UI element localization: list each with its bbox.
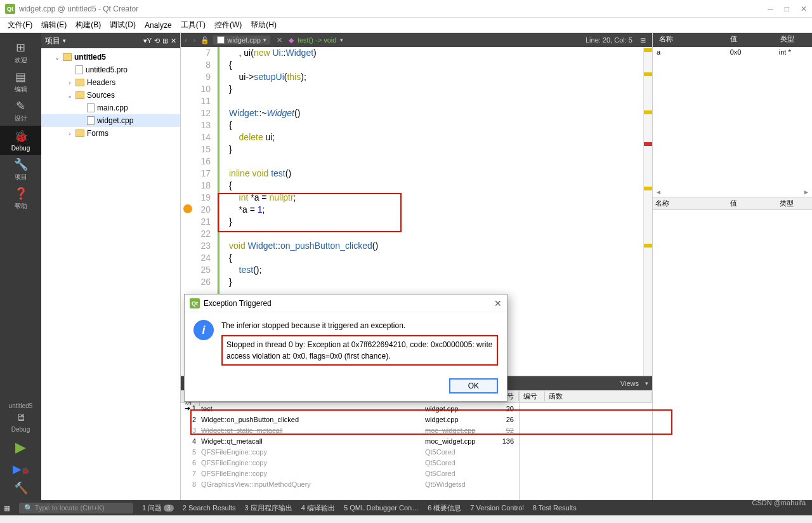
cursor-position: Line: 20, Col: 5: [586, 36, 632, 44]
exception-dialog: Qt Exception Triggered ✕ i The inferior …: [184, 294, 508, 402]
stack-frame[interactable]: ➔ 1testwidget.cpp20: [181, 403, 519, 414]
symbol-icon: ◆: [289, 36, 294, 44]
mode-welcome[interactable]: ⊞欢迎: [0, 38, 41, 67]
scroll-left-icon[interactable]: ◄: [653, 189, 664, 195]
mode-edit[interactable]: ▤编辑: [0, 67, 41, 96]
sb-search[interactable]: 2 Search Results: [183, 504, 236, 512]
qt-icon: Qt: [190, 298, 200, 308]
stack-frame[interactable]: 8QGraphicsView::inputMethodQueryQt5Widge…: [181, 479, 519, 489]
scroll-right-icon[interactable]: ►: [801, 189, 812, 195]
close-panel-icon[interactable]: ✕: [171, 37, 176, 45]
run-debug-button[interactable]: ▶🐞: [10, 460, 32, 479]
maximize-icon[interactable]: □: [785, 4, 789, 13]
sb-qml[interactable]: 5 QML Debugger Con…: [344, 504, 419, 512]
locals-row[interactable]: a 0x0 int *: [653, 47, 812, 57]
dialog-message: The inferior stopped because it triggere…: [221, 320, 498, 366]
dialog-close-icon[interactable]: ✕: [494, 298, 502, 308]
mode-design[interactable]: ✎设计: [0, 96, 41, 126]
bug-icon: 🐞: [14, 129, 28, 143]
breakpoints-panel: 编号 函数: [519, 390, 652, 500]
tree-headers[interactable]: ›Headers: [41, 76, 180, 89]
nav-fwd-icon[interactable]: ›: [192, 36, 197, 44]
change-indicator: [218, 47, 219, 301]
menu-help[interactable]: 帮助(H): [251, 20, 277, 30]
call-stack-panel: 级别 函数 文件 行号 ➔ 1testwidget.cpp202Widget::…: [181, 390, 519, 500]
cpp-icon: [217, 36, 225, 44]
project-panel: 项目 ▾ ▾Y ⟲ ⊞ ✕ ⌄untitled5 untitled5.pro ›…: [41, 33, 181, 500]
run-button[interactable]: ▶: [11, 435, 30, 460]
stack-frame[interactable]: 6QFSFileEngine::copyQt5Cored: [181, 457, 519, 468]
lock-icon[interactable]: 🔓: [200, 36, 209, 44]
menu-analyze[interactable]: Analyze: [145, 21, 172, 30]
stack-frame[interactable]: 7QFSFileEngine::copyQt5Cored: [181, 468, 519, 479]
locals-panel: 名称 值 类型 a 0x0 int * ◄► 名称 值 类型: [652, 33, 812, 500]
cpp-icon: [87, 103, 95, 112]
sb-version[interactable]: 7 Version Control: [470, 504, 523, 512]
tree-pro-file[interactable]: untitled5.pro: [41, 63, 180, 76]
minimize-icon[interactable]: ─: [768, 4, 773, 13]
menu-file[interactable]: 文件(F): [8, 20, 32, 30]
mode-help[interactable]: ❓帮助: [0, 184, 41, 213]
question-icon: ❓: [14, 187, 28, 201]
nav-back-icon[interactable]: ‹: [183, 36, 188, 44]
locator-input[interactable]: 🔍 Type to locate (Ctrl+K): [19, 503, 133, 513]
file-icon: [75, 65, 83, 74]
window-title: widget.cpp @ untitled5 - Qt Creator: [19, 4, 138, 13]
folder-icon: [63, 53, 72, 61]
cpp-icon: [87, 116, 95, 125]
statusbar: ▦ 🔍 Type to locate (Ctrl+K) 1 问题 3 2 Sea…: [0, 500, 812, 515]
mode-projects[interactable]: 🔧项目: [0, 155, 41, 184]
stack-frame[interactable]: 2Widget::on_pushButton_clickedwidget.cpp…: [181, 414, 519, 425]
menu-widgets[interactable]: 控件(W): [214, 20, 242, 30]
menu-debug[interactable]: 调试(D): [110, 20, 136, 30]
sb-tests[interactable]: 8 Test Results: [533, 504, 577, 512]
grid-icon: ⊞: [16, 41, 25, 55]
menu-build[interactable]: 构建(B): [75, 20, 101, 30]
sb-general[interactable]: 6 概要信息: [428, 503, 461, 513]
dialog-title: Exception Triggered: [204, 299, 272, 308]
sb-issues[interactable]: 1 问题 3: [142, 503, 174, 513]
output-toggle-icon[interactable]: ▦: [4, 504, 10, 512]
split-editor-icon[interactable]: ⊞: [636, 36, 650, 44]
edit-icon: ▤: [15, 70, 26, 84]
build-button[interactable]: 🔨: [14, 479, 28, 500]
ok-button[interactable]: OK: [449, 378, 498, 394]
info-icon: i: [193, 320, 214, 340]
stack-frame[interactable]: 4Widget::qt_metacallmoc_widget.cpp136: [181, 435, 519, 446]
folder-icon: [75, 91, 84, 99]
tree-sources[interactable]: ⌄Sources: [41, 89, 180, 102]
expressions-header: 名称 值 类型: [653, 197, 812, 210]
sb-compile[interactable]: 4 编译输出: [301, 503, 335, 513]
project-panel-header: 项目 ▾ ▾Y ⟲ ⊞ ✕: [41, 33, 180, 48]
menubar: 文件(F) 编辑(E) 构建(B) 调试(D) Analyze 工具(T) 控件…: [0, 18, 812, 33]
split-icon[interactable]: ⊞: [162, 37, 168, 45]
pencil-icon: ✎: [16, 99, 25, 113]
menu-tools[interactable]: 工具(T): [181, 20, 206, 30]
mode-sidebar: ⊞欢迎 ▤编辑 ✎设计 🐞Debug 🔧项目 ❓帮助 untitled5 🖥 D…: [0, 33, 41, 500]
locals-header: 名称 值 类型: [653, 33, 812, 47]
qt-icon: Qt: [5, 4, 15, 14]
menu-edit[interactable]: 编辑(E): [41, 20, 67, 30]
center-area: ‹ › 🔓 widget.cpp▾ ✕ ◆ test() -> void ▾ L…: [181, 33, 652, 500]
overview-scrollbar[interactable]: [643, 47, 652, 376]
link-icon[interactable]: ⟲: [154, 37, 160, 45]
stack-frame[interactable]: 3Widget::qt_static_metacallmoc_widget.cp…: [181, 425, 519, 435]
symbol-selector[interactable]: test() -> void: [298, 36, 336, 44]
open-file-tab[interactable]: widget.cpp▾: [213, 36, 270, 44]
tree-widget-cpp[interactable]: widget.cpp: [41, 114, 180, 127]
stack-frame[interactable]: 5QFSFileEngine::copyQt5Cored: [181, 446, 519, 457]
kit-selector[interactable]: untitled5 🖥 Debug: [6, 400, 36, 435]
tree-main-cpp[interactable]: main.cpp: [41, 102, 180, 114]
sb-app-output[interactable]: 3 应用程序输出: [245, 503, 292, 513]
close-file-icon[interactable]: ✕: [274, 36, 285, 44]
editor-toolbar: ‹ › 🔓 widget.cpp▾ ✕ ◆ test() -> void ▾ L…: [181, 33, 652, 47]
mode-debug[interactable]: 🐞Debug: [0, 126, 41, 155]
folder-icon: [75, 79, 84, 86]
filter-icon[interactable]: ▾Y: [143, 37, 152, 45]
tree-forms[interactable]: ›Forms: [41, 127, 180, 140]
close-icon[interactable]: ✕: [801, 4, 807, 13]
tree-project-root[interactable]: ⌄untitled5: [41, 51, 180, 63]
monitor-icon: 🖥: [9, 412, 33, 423]
watermark: CSDN @mahuifa: [752, 499, 806, 506]
views-button[interactable]: Views: [620, 380, 639, 387]
